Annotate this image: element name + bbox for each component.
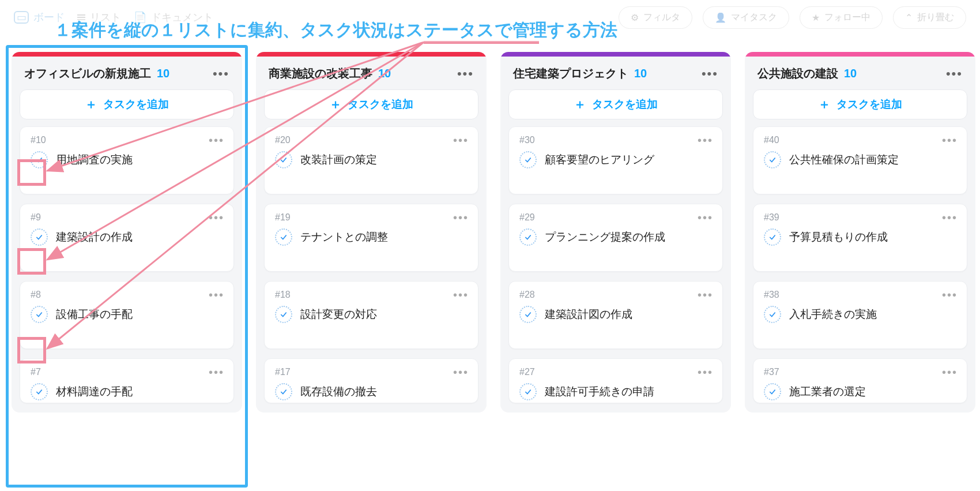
task-card[interactable]: #28 ••• 建築設計図の作成: [508, 281, 723, 349]
task-card[interactable]: #10 ••• 用地調査の実施: [20, 126, 234, 194]
list-header: 公共施設の建設 10 •••: [745, 57, 975, 89]
add-task-label: タスクを追加: [103, 97, 169, 112]
check-icon[interactable]: [31, 151, 48, 168]
follow-button[interactable]: ★ フォロー中: [800, 6, 883, 29]
card-menu-button[interactable]: •••: [209, 288, 224, 302]
check-icon[interactable]: [764, 151, 781, 168]
list-menu-button[interactable]: •••: [457, 66, 474, 81]
list-strip: [745, 52, 975, 57]
check-icon[interactable]: [764, 228, 781, 246]
card-title: 用地調査の実施: [56, 152, 133, 167]
add-task-button[interactable]: ＋ タスクを追加: [264, 89, 478, 119]
task-card[interactable]: #18 ••• 設計変更の対応: [264, 281, 478, 349]
list-count: 10: [157, 67, 169, 80]
list-menu-button[interactable]: •••: [702, 66, 718, 81]
task-card[interactable]: #9 ••• 建築設計の作成: [20, 204, 234, 272]
plus-icon: ＋: [329, 96, 342, 113]
add-task-button[interactable]: ＋ タスクを追加: [508, 89, 723, 119]
list-count: 10: [844, 67, 857, 80]
card-id: #19: [275, 212, 468, 223]
check-icon[interactable]: [519, 306, 537, 323]
card-menu-button[interactable]: •••: [942, 366, 958, 379]
card-menu-button[interactable]: •••: [453, 366, 469, 379]
annotation-title: １案件を縦の１リストに集約、タスク状況はステータスで管理する方法: [52, 18, 620, 42]
filter-label: フィルタ: [643, 12, 680, 24]
card-id: #30: [519, 135, 712, 145]
task-card[interactable]: #8 ••• 設備工事の手配: [20, 281, 234, 349]
card-title: 予算見積もりの作成: [789, 230, 888, 245]
check-icon[interactable]: [519, 151, 537, 168]
collapse-icon: ⌃: [905, 12, 913, 23]
card-id: #27: [519, 367, 712, 377]
card-id: #8: [31, 290, 223, 300]
collapse-button[interactable]: ⌃ 折り畳む: [893, 6, 966, 29]
check-icon[interactable]: [275, 151, 292, 168]
add-task-button[interactable]: ＋ タスクを追加: [753, 89, 967, 119]
card-menu-button[interactable]: •••: [942, 288, 958, 302]
task-card[interactable]: #7 ••• 材料調達の手配: [20, 358, 234, 403]
list-menu-button[interactable]: •••: [946, 66, 963, 81]
card-menu-button[interactable]: •••: [209, 134, 224, 147]
collapse-label: 折り畳む: [917, 12, 954, 24]
card-id: #37: [764, 367, 956, 377]
list-header: オフィスビルの新規施工 10 •••: [12, 57, 242, 89]
card-menu-button[interactable]: •••: [698, 288, 713, 302]
check-icon[interactable]: [31, 306, 48, 323]
list-housing-project: 住宅建築プロジェクト 10 ••• ＋ タスクを追加 #30 ••• 顧客要望の…: [500, 52, 731, 413]
task-card[interactable]: #39 ••• 予算見積もりの作成: [753, 204, 967, 272]
check-icon[interactable]: [519, 228, 537, 246]
task-card[interactable]: #19 ••• テナントとの調整: [264, 204, 478, 272]
mytask-button[interactable]: 👤 マイタスク: [703, 6, 789, 29]
task-card[interactable]: #30 ••• 顧客要望のヒアリング: [508, 126, 723, 194]
list-count: 10: [378, 67, 391, 80]
check-icon[interactable]: [31, 228, 48, 246]
card-title: 設備工事の手配: [56, 307, 133, 322]
card-id: #9: [31, 212, 223, 223]
list-strip: [256, 52, 487, 57]
task-card[interactable]: #27 ••• 建設許可手続きの申請: [508, 358, 723, 403]
check-icon[interactable]: [31, 383, 48, 400]
card-id: #28: [519, 290, 712, 300]
card-menu-button[interactable]: •••: [209, 366, 224, 379]
task-card[interactable]: #38 ••• 入札手続きの実施: [753, 281, 967, 349]
list-title: オフィスビルの新規施工: [24, 66, 151, 81]
list-header: 住宅建築プロジェクト 10 •••: [500, 57, 731, 89]
check-icon[interactable]: [275, 228, 292, 246]
task-card[interactable]: #37 ••• 施工業者の選定: [753, 358, 967, 403]
task-card[interactable]: #40 ••• 公共性確保の計画策定: [753, 126, 967, 194]
card-menu-button[interactable]: •••: [698, 134, 713, 147]
card-menu-button[interactable]: •••: [209, 211, 224, 224]
list-menu-button[interactable]: •••: [213, 66, 229, 81]
card-title: 建築設計図の作成: [545, 307, 632, 322]
card-menu-button[interactable]: •••: [942, 134, 958, 147]
list-strip: [500, 52, 731, 57]
task-card[interactable]: #17 ••• 既存設備の撤去: [264, 358, 478, 403]
filter-button[interactable]: ⚙ フィルタ: [619, 6, 692, 29]
check-icon[interactable]: [764, 306, 781, 323]
card-menu-button[interactable]: •••: [453, 134, 469, 147]
card-title: プランニング提案の作成: [545, 230, 665, 245]
card-menu-button[interactable]: •••: [942, 211, 958, 224]
list-office-building: オフィスビルの新規施工 10 ••• ＋ タスクを追加 #10 ••• 用地調査…: [12, 52, 242, 413]
card-id: #10: [31, 135, 223, 145]
card-id: #7: [31, 367, 223, 377]
card-menu-button[interactable]: •••: [698, 366, 713, 379]
card-title: 既存設備の撤去: [300, 384, 377, 399]
card-id: #40: [764, 135, 956, 145]
list-title: 商業施設の改装工事: [269, 66, 372, 81]
star-icon: ★: [812, 12, 820, 23]
card-title: 入札手続きの実施: [789, 307, 877, 322]
add-task-label: タスクを追加: [348, 97, 413, 112]
check-icon[interactable]: [519, 383, 537, 400]
check-icon[interactable]: [275, 306, 292, 323]
card-menu-button[interactable]: •••: [698, 211, 713, 224]
card-menu-button[interactable]: •••: [453, 211, 469, 224]
task-card[interactable]: #29 ••• プランニング提案の作成: [508, 204, 723, 272]
check-icon[interactable]: [764, 383, 781, 400]
add-task-label: タスクを追加: [836, 97, 902, 112]
card-menu-button[interactable]: •••: [453, 288, 469, 302]
add-task-button[interactable]: ＋ タスクを追加: [20, 89, 234, 119]
card-title: 建設許可手続きの申請: [545, 384, 654, 399]
task-card[interactable]: #20 ••• 改装計画の策定: [264, 126, 478, 194]
check-icon[interactable]: [275, 383, 292, 400]
